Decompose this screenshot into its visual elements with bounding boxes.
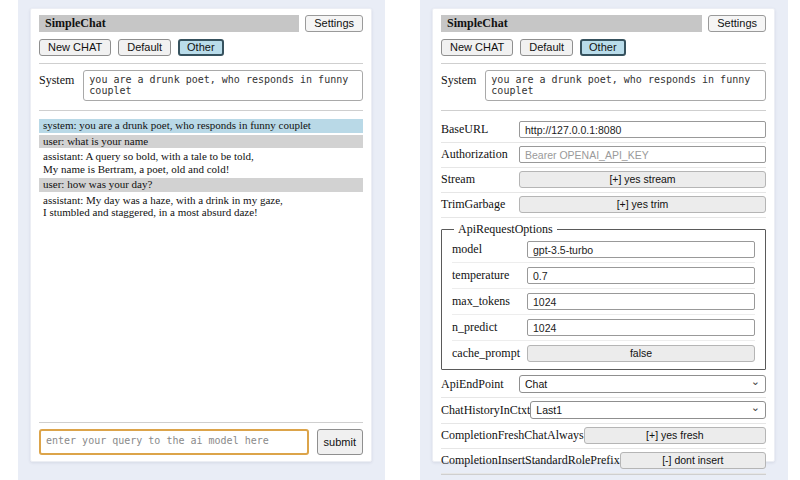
submit-button[interactable]: submit [317, 429, 363, 455]
setting-input-model[interactable] [527, 241, 755, 258]
session-button-other[interactable]: Other [580, 39, 626, 56]
session-buttons: New CHATDefaultOther [441, 39, 766, 56]
system-label: System [441, 70, 476, 101]
setting-row-chathistoryinctxt: ChatHistoryInCtxtLast1⌄ [441, 398, 766, 424]
setting-button-completioninsertstandardroleprefix[interactable]: [-] dont insert [620, 452, 766, 469]
chat-message-system: system: you are a drunk poet, who respon… [39, 119, 363, 133]
header: SimpleChat Settings [39, 15, 363, 32]
setting-row-apiendpoint: ApiEndPointChat⌄ [441, 372, 766, 398]
setting-label-n-predict: n_predict [452, 320, 497, 335]
query-input[interactable] [39, 429, 309, 455]
divider [39, 110, 363, 111]
setting-label-completionfreshchatalways: CompletionFreshChatAlways [441, 428, 584, 443]
divider [441, 110, 766, 111]
setting-label-chathistoryinctxt: ChatHistoryInCtxt [441, 403, 530, 418]
setting-select-apiendpoint[interactable]: Chat⌄ [519, 375, 766, 393]
chat-screenshot: SimpleChat Settings New CHATDefaultOther… [18, 0, 385, 480]
chevron-down-icon: ⌄ [751, 401, 760, 414]
settings-bottom-rows: ApiEndPointChat⌄ChatHistoryInCtxtLast1⌄C… [441, 372, 766, 474]
setting-label-trimgarbage: TrimGarbage [441, 197, 505, 212]
query-footer: submit [39, 422, 363, 455]
system-prompt-input[interactable]: you are a drunk poet, who responds in fu… [485, 70, 766, 101]
fieldset-legend: ApiRequestOptions [454, 222, 557, 237]
chevron-down-icon: ⌄ [751, 375, 760, 388]
setting-row-cache-prompt: cache_promptfalse [452, 341, 755, 366]
fieldset-rows: modeltemperaturemax_tokensn_predictcache… [452, 237, 755, 366]
settings-button[interactable]: Settings [305, 15, 363, 32]
setting-row-max-tokens: max_tokens [452, 289, 755, 315]
settings-area: BaseURLAuthorizationStream[+] yes stream… [441, 118, 766, 474]
session-button-new-chat[interactable]: New CHAT [39, 39, 111, 56]
setting-input-n-predict[interactable] [527, 319, 755, 336]
app-title: SimpleChat [39, 15, 299, 32]
setting-input-max-tokens[interactable] [527, 293, 755, 310]
settings-screenshot: SimpleChat Settings New CHATDefaultOther… [420, 0, 788, 480]
session-button-default[interactable]: Default [118, 39, 171, 56]
setting-button-stream[interactable]: [+] yes stream [519, 171, 766, 188]
simplechat-settings-panel: SimpleChat Settings New CHATDefaultOther… [432, 8, 775, 462]
app-title: SimpleChat [441, 15, 702, 32]
setting-label-authorization: Authorization [441, 147, 508, 162]
divider [39, 63, 363, 64]
setting-label-temperature: temperature [452, 268, 509, 283]
session-buttons: New CHATDefaultOther [39, 39, 363, 56]
system-label: System [39, 70, 74, 101]
setting-button-trimgarbage[interactable]: [+] yes trim [519, 196, 766, 213]
header: SimpleChat Settings [441, 15, 766, 32]
settings-button[interactable]: Settings [708, 15, 766, 32]
chat-message-assistant: assistant: A query so bold, with a tale … [39, 150, 363, 176]
setting-label-max-tokens: max_tokens [452, 294, 510, 309]
setting-label-completioninsertstandardroleprefix: CompletionInsertStandardRolePrefix [441, 453, 620, 468]
chat-message-user: user: what is your name [39, 135, 363, 149]
setting-label-cache-prompt: cache_prompt [452, 346, 520, 361]
session-button-other[interactable]: Other [178, 39, 224, 56]
query-footer: submit [441, 474, 766, 480]
setting-row-completioninsertstandardroleprefix: CompletionInsertStandardRolePrefix[-] do… [441, 449, 766, 474]
setting-label-stream: Stream [441, 172, 475, 187]
setting-select-chathistoryinctxt[interactable]: Last1⌄ [530, 401, 766, 419]
setting-row-authorization: Authorization [441, 143, 766, 168]
setting-row-trimgarbage: TrimGarbage[+] yes trim [441, 193, 766, 218]
simplechat-chat-panel: SimpleChat Settings New CHATDefaultOther… [30, 8, 372, 462]
session-button-default[interactable]: Default [520, 39, 573, 56]
system-prompt-row: System you are a drunk poet, who respond… [441, 70, 766, 101]
setting-button-cache-prompt[interactable]: false [527, 345, 755, 362]
setting-input-authorization[interactable] [519, 146, 766, 163]
setting-input-baseurl[interactable] [519, 121, 766, 138]
divider [441, 63, 766, 64]
system-prompt-input[interactable]: you are a drunk poet, who responds in fu… [83, 70, 363, 101]
system-prompt-row: System you are a drunk poet, who respond… [39, 70, 363, 101]
setting-row-n-predict: n_predict [452, 315, 755, 341]
setting-input-temperature[interactable] [527, 267, 755, 284]
settings-top-rows: BaseURLAuthorizationStream[+] yes stream… [441, 118, 766, 218]
setting-label-model: model [452, 242, 482, 257]
session-button-new-chat[interactable]: New CHAT [441, 39, 513, 56]
setting-row-stream: Stream[+] yes stream [441, 168, 766, 193]
setting-row-baseurl: BaseURL [441, 118, 766, 143]
selected-option: Chat [525, 378, 547, 390]
setting-row-temperature: temperature [452, 263, 755, 289]
chat-messages: system: you are a drunk poet, who respon… [39, 119, 363, 222]
chat-message-user: user: how was your day? [39, 178, 363, 192]
selected-option: Last1 [536, 404, 562, 416]
setting-button-completionfreshchatalways[interactable]: [+] yes fresh [584, 427, 766, 444]
chat-message-assistant: assistant: My day was a haze, with a dri… [39, 194, 363, 220]
setting-row-completionfreshchatalways: CompletionFreshChatAlways[+] yes fresh [441, 424, 766, 449]
setting-label-baseurl: BaseURL [441, 122, 488, 137]
setting-label-apiendpoint: ApiEndPoint [441, 377, 504, 392]
setting-row-model: model [452, 237, 755, 263]
api-request-options-fieldset: ApiRequestOptions modeltemperaturemax_to… [441, 222, 766, 370]
